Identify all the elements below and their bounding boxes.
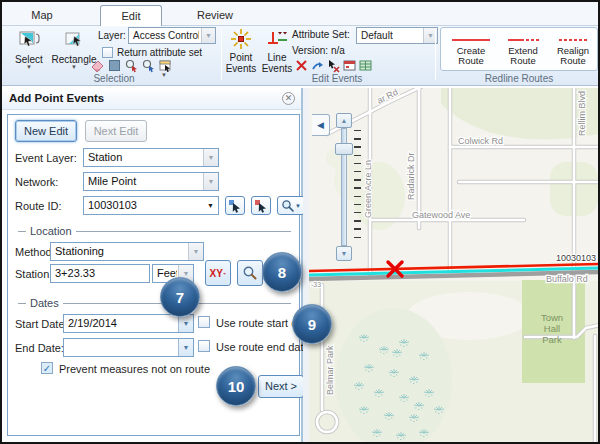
delete-event-icon[interactable]: [294, 58, 309, 73]
road-label: Colwick Rd: [458, 136, 503, 146]
route-id-value: 10030103: [88, 197, 202, 214]
magnifier-icon: [281, 199, 295, 213]
network-label: Network:: [15, 176, 58, 188]
zoom-next-selected-icon[interactable]: [141, 58, 156, 73]
realign-route-button[interactable]: Realign Route: [549, 34, 597, 66]
layer-select[interactable]: Access Control ▼: [128, 27, 216, 44]
return-attribute-set-checkbox[interactable]: [102, 47, 113, 58]
edit-events-group-label: Edit Events: [242, 73, 432, 84]
callout-8: 8: [262, 252, 302, 292]
chevron-down-icon[interactable]: ▼: [203, 173, 218, 190]
next-button[interactable]: Next >: [258, 375, 304, 398]
route-locator-menu-button[interactable]: ▼: [277, 196, 305, 215]
method-select[interactable]: Stationing ▼: [50, 242, 204, 261]
add-point-events-panel: Add Point Events ✕ New Edit Next Edit Ev…: [2, 88, 303, 442]
line-events-button[interactable]: Line Events: [260, 28, 294, 74]
start-date-input[interactable]: 2/19/2014 ▼: [63, 314, 194, 333]
zoom-to-selection-icon[interactable]: [124, 58, 139, 73]
layer-label: Layer:: [98, 30, 126, 41]
network-value: Mile Point: [88, 173, 202, 190]
extend-route-button[interactable]: Extend Route: [497, 34, 549, 66]
station-tick-label: -33: [311, 281, 321, 288]
redline-routes-group-label: Redline Routes: [440, 73, 598, 84]
split-event-icon[interactable]: [326, 58, 341, 73]
event-layer-value: Station: [88, 149, 202, 166]
map-canvas[interactable]: ar Rd Green Acre Ln Radarick Dr Colwick …: [309, 88, 598, 442]
svg-text:Hall: Hall: [544, 323, 560, 334]
zoom-in-button[interactable]: ▲: [336, 113, 352, 128]
event-layer-label: Event Layer:: [15, 152, 77, 164]
dates-section-legend: Dates: [18, 297, 291, 309]
chevron-down-icon: ▼: [8, 65, 50, 70]
map-view[interactable]: ar Rd Green Acre Ln Radarick Dr Colwick …: [309, 88, 598, 442]
chevron-down-icon[interactable]: ▼: [188, 243, 203, 260]
fill-selection-icon[interactable]: [107, 58, 122, 73]
tab-review[interactable]: Review: [184, 5, 246, 26]
event-layer-select[interactable]: Station ▼: [83, 148, 219, 167]
prevent-measures-checkbox[interactable]: ✓: [41, 362, 53, 374]
route-id-combo[interactable]: 10030103 ▼: [83, 196, 219, 215]
point-events-icon: [230, 41, 252, 52]
road-label: Buffalo Rd: [546, 274, 588, 284]
point-events-label: Point Events: [224, 52, 258, 74]
use-route-start-date-checkbox[interactable]: [198, 316, 210, 328]
new-edit-button[interactable]: New Edit: [15, 120, 77, 142]
collapse-panel-button[interactable]: ◀: [312, 114, 330, 136]
station-label: Station:: [15, 268, 52, 280]
route-id-label: Route ID:: [15, 200, 61, 212]
chevron-down-icon[interactable]: ▼: [203, 149, 218, 166]
chevron-down-icon[interactable]: ▼: [207, 197, 214, 214]
town-hall-park-label: Town Hall Park: [541, 312, 563, 345]
use-route-end-date-label: Use route end date: [216, 341, 310, 353]
clear-route-selection-button[interactable]: [251, 196, 271, 215]
use-route-end-date-checkbox[interactable]: [198, 340, 210, 352]
clear-selection-icon[interactable]: [90, 58, 105, 73]
ribbon: Select ▼ Rectangle ▼ Layer: Access Contr…: [2, 26, 598, 86]
attribute-set-value: Default: [361, 28, 421, 43]
map-cursor-red-icon: [254, 199, 268, 213]
create-route-button[interactable]: Create Route: [445, 34, 497, 66]
redline-routes-box: Create Route Extend Route Realign Route: [440, 27, 598, 71]
point-events-button[interactable]: Point Events: [224, 28, 258, 74]
road-label: Gatewood Ave: [412, 210, 470, 220]
map-cursor-blue-icon: [228, 199, 242, 213]
create-route-label: Create Route: [445, 46, 497, 66]
callout-7: 7: [160, 277, 200, 317]
panel-body: New Edit Next Edit Event Layer: Station …: [7, 114, 300, 436]
application-window: Map Edit Review Select ▼: [0, 0, 600, 444]
attribute-set-select[interactable]: Default ▼: [356, 27, 438, 44]
attribute-window-icon[interactable]: [158, 58, 173, 73]
merge-events-icon[interactable]: [310, 58, 325, 73]
method-label: Method:: [15, 246, 55, 258]
select-button[interactable]: Select ▼: [8, 28, 50, 70]
chevron-down-icon[interactable]: ▼: [201, 28, 215, 43]
locate-station-button[interactable]: [237, 260, 263, 286]
station-value: 3+23.33: [55, 265, 145, 282]
xy-coordinates-button[interactable]: XY₊: [205, 260, 231, 286]
rectangle-select-icon: [62, 43, 86, 54]
extend-route-label: Extend Route: [497, 46, 549, 66]
group-separator: [221, 30, 222, 80]
chevron-down-icon[interactable]: ▼: [178, 315, 193, 332]
prevent-measures-label: Prevent measures not on route: [59, 363, 210, 375]
tab-map[interactable]: Map: [16, 5, 68, 26]
select-route-on-map-button[interactable]: [225, 196, 245, 215]
event-table-icon[interactable]: [358, 58, 373, 73]
tab-edit[interactable]: Edit: [100, 5, 162, 27]
zoom-out-button[interactable]: ▼: [336, 246, 352, 261]
road-label: Radarick Dr: [406, 152, 416, 200]
station-input[interactable]: 3+23.33: [50, 264, 150, 283]
next-edit-button[interactable]: Next Edit: [85, 120, 147, 142]
zoom-slider-handle[interactable]: [335, 143, 353, 155]
network-select[interactable]: Mile Point ▼: [83, 172, 219, 191]
event-form-icon[interactable]: [342, 58, 357, 73]
chevron-down-icon[interactable]: ▼: [178, 339, 193, 356]
method-value: Stationing: [55, 243, 187, 260]
line-events-label: Line Events: [260, 52, 294, 74]
end-date-input[interactable]: ▼: [63, 338, 194, 357]
xy-icon: XY: [209, 268, 222, 279]
attribute-set-label: Attribute Set:: [292, 29, 350, 40]
version-label: Version: n/a: [292, 45, 345, 56]
close-icon[interactable]: ✕: [282, 92, 295, 105]
start-date-label: Start Date:: [15, 318, 68, 330]
